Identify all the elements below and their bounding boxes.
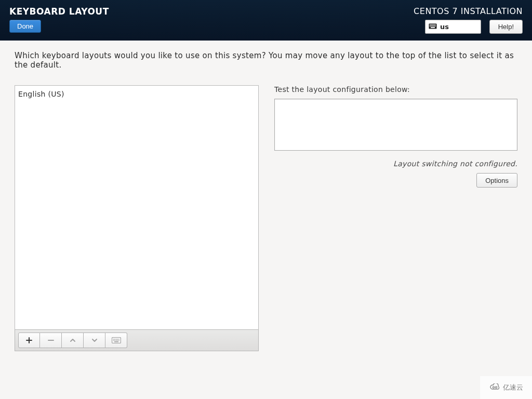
svg-rect-27: [118, 340, 119, 341]
keyboard-indicator-label: us: [440, 23, 449, 31]
svg-rect-26: [117, 340, 118, 341]
preview-layout-button[interactable]: [105, 332, 127, 348]
svg-rect-6: [435, 24, 436, 25]
svg-rect-11: [434, 26, 435, 27]
svg-rect-24: [114, 340, 115, 341]
list-item[interactable]: English (US): [18, 89, 255, 99]
installer-name: CENTOS 7 INSTALLATION: [414, 6, 523, 16]
svg-rect-19: [114, 339, 115, 340]
svg-rect-12: [435, 26, 436, 27]
keyboard-indicator[interactable]: us: [425, 20, 481, 34]
watermark: 亿速云: [480, 376, 532, 399]
remove-layout-button[interactable]: [40, 332, 62, 348]
watermark-text: 亿速云: [503, 383, 523, 392]
move-down-button[interactable]: [84, 332, 105, 348]
keyboard-icon: [112, 337, 121, 343]
keyboard-icon: [429, 23, 437, 31]
svg-rect-4: [433, 24, 434, 25]
done-button[interactable]: Done: [9, 20, 41, 33]
svg-rect-22: [118, 339, 119, 340]
svg-rect-7: [430, 26, 431, 27]
minus-icon: [47, 337, 55, 344]
test-input[interactable]: [274, 99, 517, 151]
svg-point-29: [493, 386, 494, 388]
svg-rect-25: [116, 340, 117, 341]
svg-rect-13: [431, 27, 435, 28]
layout-toolbar: [15, 329, 259, 351]
svg-rect-20: [116, 339, 117, 340]
chevron-down-icon: [91, 337, 98, 344]
header-bar: KEYBOARD LAYOUT CENTOS 7 INSTALLATION Do…: [0, 0, 532, 41]
svg-rect-23: [113, 340, 114, 341]
svg-rect-10: [433, 26, 434, 27]
help-button[interactable]: Help!: [489, 20, 523, 34]
svg-rect-1: [430, 24, 431, 25]
chevron-up-icon: [69, 337, 76, 344]
add-layout-button[interactable]: [18, 332, 40, 348]
svg-rect-3: [432, 24, 433, 25]
svg-rect-5: [434, 24, 435, 25]
svg-rect-8: [431, 26, 432, 27]
switching-note: Layout switching not configured.: [274, 159, 517, 168]
svg-rect-9: [432, 26, 433, 27]
plus-icon: [25, 337, 33, 344]
move-up-button[interactable]: [62, 332, 84, 348]
svg-rect-21: [117, 339, 118, 340]
test-label: Test the layout configuration below:: [274, 85, 517, 94]
svg-rect-28: [114, 341, 118, 342]
svg-point-30: [495, 386, 497, 388]
layout-list[interactable]: English (US): [15, 85, 259, 329]
options-button[interactable]: Options: [476, 173, 517, 188]
svg-rect-18: [113, 339, 114, 340]
page-title: KEYBOARD LAYOUT: [9, 6, 109, 17]
cloud-icon: [489, 383, 501, 392]
svg-rect-2: [431, 24, 432, 25]
instructions-text: Which keyboard layouts would you like to…: [15, 51, 517, 70]
